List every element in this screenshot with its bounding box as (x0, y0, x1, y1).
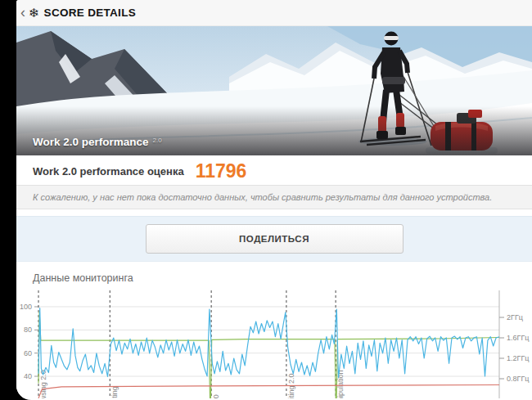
left-tick-label: 80 (24, 326, 32, 334)
monitoring-title: Данные мониторинга (16, 262, 532, 286)
titlebar: ‹ ❄ SCORE DETAILS (16, 0, 532, 26)
phase-label: Writing 2.0 (212, 394, 220, 398)
share-section: ПОДЕЛИТЬСЯ (16, 216, 532, 262)
left-tick-label: 60 (24, 349, 32, 357)
spacer (16, 209, 532, 216)
series-cpu-frequency-ghz-blue (38, 308, 499, 378)
left-tick-label: 100 (20, 303, 32, 311)
white-headband (384, 36, 399, 40)
page-title: SCORE DETAILS (44, 7, 136, 19)
phase-label: Video Editing (110, 386, 119, 398)
back-icon[interactable]: ‹ (20, 5, 25, 20)
right-tick-label: 2ГГц (507, 313, 523, 321)
hero-test-name: Work 2.0 performance2.0 (33, 136, 162, 148)
app-screen: ‹ ❄ SCORE DETAILS (16, 0, 532, 400)
pcmark-snowflake-icon: ❄ (29, 6, 39, 20)
label-scrim (16, 106, 532, 155)
monitoring-chart-canvas: 1008060402ГГц1.6ГГц1.2ГГц0.8ГГцWeb Brows… (16, 286, 532, 398)
score-value: 11796 (196, 162, 247, 181)
score-label: Work 2.0 performance оценка (33, 165, 184, 178)
no-data-notice: К сожалению, у нас нет пока достаточно д… (16, 185, 532, 209)
right-tick-label: 0.8ГГц (507, 375, 529, 383)
version-badge: 2.0 (153, 137, 162, 144)
hero-image: Work 2.0 performance2.0 (16, 26, 532, 155)
right-tick-label: 1.2ГГц (507, 354, 529, 362)
score-row: Work 2.0 performance оценка 11796 (16, 155, 532, 185)
phase-label: Data Manipulation (336, 370, 345, 398)
left-tick-label: 40 (24, 372, 32, 380)
right-tick-label: 1.6ГГц (507, 334, 529, 342)
series-temperature-red (38, 385, 499, 398)
monitoring-chart: 1008060402ГГц1.6ГГц1.2ГГц0.8ГГцWeb Brows… (16, 286, 532, 398)
share-button[interactable]: ПОДЕЛИТЬСЯ (146, 224, 404, 254)
